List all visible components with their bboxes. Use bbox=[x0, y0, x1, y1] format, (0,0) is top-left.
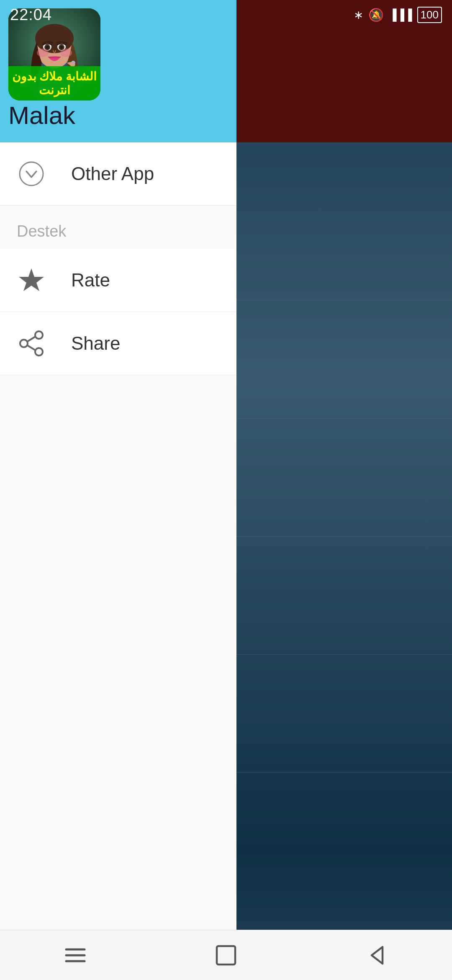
svg-point-17 bbox=[35, 331, 43, 339]
bluetooth-icon: ∗ bbox=[354, 8, 363, 22]
time-display: 22:04 bbox=[10, 6, 52, 24]
app-name: Malak bbox=[8, 101, 75, 130]
status-icons-group: ∗ 🔕 ▐▐▐ 100 bbox=[354, 7, 442, 23]
battery-level: 100 bbox=[421, 8, 439, 21]
svg-point-8 bbox=[46, 46, 49, 49]
battery-icon: 100 bbox=[417, 7, 442, 23]
svg-point-19 bbox=[20, 340, 28, 347]
drawer-overlay[interactable] bbox=[236, 0, 452, 980]
svg-marker-16 bbox=[19, 268, 44, 291]
chevron-down-circle-icon bbox=[17, 159, 46, 188]
drawer-menu: Other App Destek Rate bbox=[0, 142, 236, 980]
thumbnail-label: الشابة ملاك بدون انترنت bbox=[8, 66, 100, 101]
svg-point-18 bbox=[35, 348, 43, 356]
section-label-destek: Destek bbox=[0, 206, 236, 249]
star-icon bbox=[17, 266, 46, 295]
nav-home-button[interactable] bbox=[205, 939, 247, 972]
other-app-label: Other App bbox=[71, 163, 154, 184]
nav-menu-button[interactable] bbox=[54, 939, 96, 972]
svg-point-11 bbox=[60, 46, 63, 49]
svg-point-12 bbox=[37, 49, 49, 57]
svg-rect-25 bbox=[217, 946, 235, 965]
svg-line-20 bbox=[28, 337, 35, 341]
rate-label: Rate bbox=[71, 270, 110, 291]
share-label: Share bbox=[71, 333, 120, 354]
svg-marker-26 bbox=[372, 947, 383, 964]
nav-back-button[interactable] bbox=[356, 939, 398, 972]
menu-item-share[interactable]: Share bbox=[0, 312, 236, 375]
menu-item-other-app[interactable]: Other App bbox=[0, 142, 236, 206]
vibrate-icon: 🔕 bbox=[368, 8, 384, 22]
svg-line-21 bbox=[28, 346, 35, 350]
svg-point-15 bbox=[20, 162, 43, 186]
menu-item-rate[interactable]: Rate bbox=[0, 249, 236, 312]
drawer-panel: الشابة ملاك بدون انترنت Malak Other App … bbox=[0, 0, 236, 980]
nav-bar bbox=[0, 930, 452, 980]
status-bar: 22:04 ∗ 🔕 ▐▐▐ 100 bbox=[0, 0, 452, 29]
svg-point-13 bbox=[60, 49, 72, 57]
share-icon bbox=[17, 329, 46, 358]
signal-icon: ▐▐▐ bbox=[389, 8, 412, 21]
